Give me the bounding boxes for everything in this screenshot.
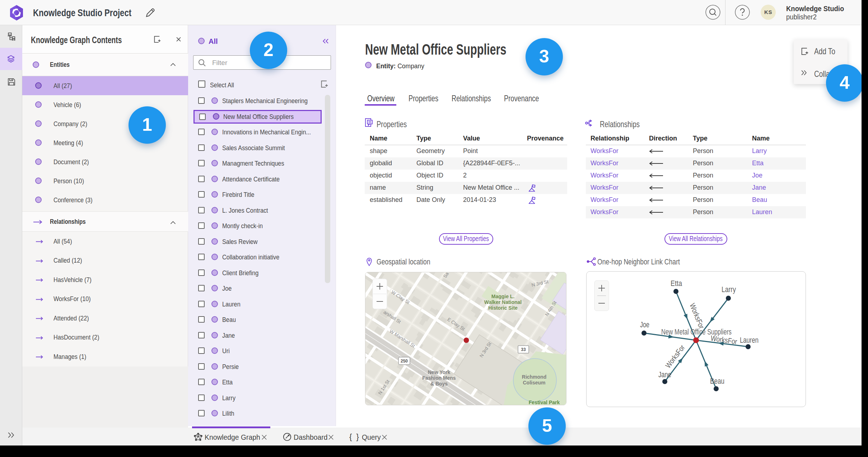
svg-text:Festival Park: Festival Park	[529, 400, 560, 405]
svg-text:WorksFor: WorksFor	[710, 334, 737, 346]
svg-text:& Boys: & Boys	[430, 381, 448, 387]
svg-text:250: 250	[401, 359, 408, 364]
svg-text:New York: New York	[428, 369, 451, 375]
svg-text:Lauren: Lauren	[740, 336, 759, 345]
svg-text:Walker National: Walker National	[484, 299, 522, 305]
svg-text:WorksFor: WorksFor	[688, 302, 706, 330]
svg-text:Joe: Joe	[640, 320, 649, 329]
svg-text:Etta: Etta	[671, 279, 682, 288]
svg-text:Fashion Mens: Fashion Mens	[422, 375, 456, 381]
svg-text:View All Relationships: View All Relationships	[669, 235, 723, 243]
svg-text:Jane: Jane	[658, 370, 671, 379]
svg-text:Historic Site: Historic Site	[488, 305, 518, 311]
svg-text:Beau: Beau	[710, 377, 724, 386]
svg-text:Coliseum: Coliseum	[523, 380, 545, 386]
svg-text:Richmond: Richmond	[522, 374, 546, 380]
svg-text:WorksFor: WorksFor	[664, 343, 686, 370]
svg-text:View All Properties: View All Properties	[443, 235, 489, 243]
svg-text:Larry: Larry	[722, 285, 736, 294]
svg-text:33: 33	[521, 347, 526, 352]
svg-text:Maggie L.: Maggie L.	[491, 294, 515, 299]
